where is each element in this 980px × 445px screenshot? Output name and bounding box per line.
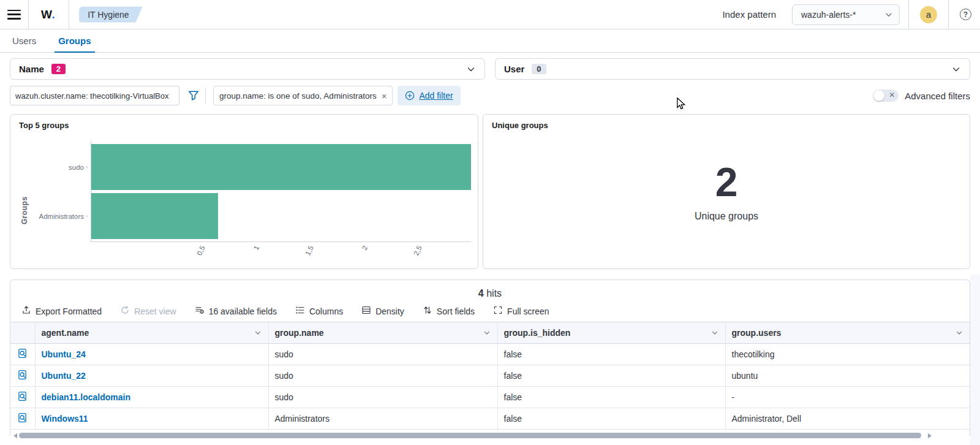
expand-row-button[interactable]	[10, 365, 35, 387]
column-header-group-name[interactable]: group.name	[268, 322, 497, 344]
name-accordion-label: Name	[19, 64, 44, 74]
user-count-badge: 0	[532, 64, 546, 74]
add-filter-button[interactable]: Add filter	[398, 86, 460, 105]
remove-filter-icon[interactable]: ×	[382, 91, 387, 101]
scroll-left-icon[interactable]	[13, 433, 17, 438]
bar-chart: Groups sudoAdministrators 0,511,522,5	[19, 141, 471, 268]
scroll-gutter	[970, 275, 980, 445]
cell-group-is-hidden: false	[497, 387, 725, 408]
chart-bar[interactable]	[91, 144, 471, 190]
table-row: Ubuntu_22sudofalseubuntu	[10, 365, 970, 387]
filter-pill[interactable]: group.name: is one of sudo, Administrato…	[213, 86, 393, 105]
plus-circle-icon	[405, 91, 415, 101]
columns-icon	[295, 305, 309, 317]
fullscreen-icon	[493, 305, 507, 317]
table-row: Ubuntu_24sudofalsethecotilking	[10, 344, 970, 365]
tab-bar: Users Groups	[0, 29, 980, 53]
metric-title: Unique groups	[492, 121, 548, 130]
scroll-right-icon[interactable]	[928, 433, 932, 438]
agent-link[interactable]: debian11.localdomain	[42, 392, 131, 402]
chart-x-tick-label: 1,5	[304, 245, 315, 257]
filters-section: Name 2 User 0 group.name: is one of sudo…	[0, 53, 980, 105]
fields-icon	[195, 305, 209, 317]
name-accordion[interactable]: Name 2	[10, 58, 485, 80]
advanced-filters-toggle[interactable]: ✕	[873, 89, 899, 102]
divider	[205, 88, 206, 104]
tab-users[interactable]: Users	[12, 29, 36, 52]
chart-category-label: Administrators	[36, 193, 91, 239]
index-pattern-value: wazuh-alerts-*	[801, 10, 856, 20]
column-header-group-users[interactable]: group.users	[725, 322, 970, 344]
divider	[908, 0, 909, 29]
scrollbar-thumb[interactable]	[19, 433, 921, 438]
column-header-group-is_hidden[interactable]: group.is_hidden	[497, 322, 725, 344]
toolbar-density-button[interactable]: Density	[361, 305, 404, 317]
metric-value: 2	[715, 162, 738, 202]
agent-link[interactable]: Ubuntu_22	[42, 371, 86, 381]
chevron-down-icon[interactable]	[955, 329, 963, 337]
toolbar-columns-button[interactable]: Columns	[295, 305, 343, 317]
cell-agent-name: Ubuntu_24	[35, 344, 268, 365]
add-filter-label: Add filter	[419, 91, 453, 101]
hits-count: 4 hits	[10, 280, 970, 299]
cell-group-name: sudo	[268, 365, 497, 387]
chart-bar[interactable]	[91, 193, 218, 239]
sort-icon	[423, 305, 437, 317]
menu-icon[interactable]	[7, 10, 21, 20]
inspect-document-icon	[17, 370, 28, 380]
top-groups-chart-panel: Top 5 groups Groups sudoAdministrators 0…	[10, 114, 478, 269]
grid-toolbar: Export FormattedReset view16 available f…	[10, 299, 970, 322]
cell-group-name: sudo	[268, 387, 497, 408]
toolbar-export-formatted-button[interactable]: Export Formatted	[21, 305, 102, 317]
toggle-off-icon: ✕	[889, 91, 895, 99]
filter-pill-label: group.name: is one of sudo, Administrato…	[219, 91, 377, 101]
table-row: Windows11AdministratorsfalseAdministrato…	[10, 408, 970, 430]
chart-x-tick-label: 2,5	[413, 245, 424, 257]
agent-link[interactable]: Windows11	[42, 414, 88, 424]
agent-link[interactable]: Ubuntu_24	[42, 349, 86, 359]
search-input[interactable]	[10, 86, 179, 105]
horizontal-scrollbar[interactable]	[10, 432, 970, 439]
inspect-document-icon	[17, 391, 28, 401]
chart-x-ticks: 0,511,522,5	[145, 242, 471, 267]
grid-header-row: agent.namegroup.namegroup.is_hiddengroup…	[10, 322, 970, 344]
expand-row-button[interactable]	[10, 344, 35, 365]
cell-agent-name: Ubuntu_22	[35, 365, 268, 387]
index-pattern-select[interactable]: wazuh-alerts-*	[792, 4, 900, 25]
metric-label: Unique groups	[695, 211, 758, 222]
user-accordion[interactable]: User 0	[495, 58, 970, 80]
cell-agent-name: debian11.localdomain	[35, 387, 268, 408]
inspect-document-icon	[17, 348, 28, 359]
user-accordion-label: User	[504, 64, 524, 74]
toolbar-sort-fields-button[interactable]: Sort fields	[423, 305, 475, 317]
chart-plot-area	[91, 141, 471, 242]
inspect-document-icon	[17, 413, 28, 423]
chart-ylabel: Groups	[20, 196, 29, 224]
wazuh-logo[interactable]: W.	[29, 8, 69, 21]
chevron-down-icon[interactable]	[483, 329, 491, 337]
tab-groups[interactable]: Groups	[58, 29, 91, 52]
breadcrumb[interactable]: IT Hygiene	[79, 7, 142, 23]
results-panel: 4 hits Export FormattedReset view16 avai…	[10, 280, 970, 436]
chevron-down-icon	[466, 64, 476, 74]
density-icon	[361, 305, 375, 317]
avatar[interactable]: a	[920, 6, 937, 23]
chart-x-tick-label: 1	[252, 245, 261, 251]
column-header-agent-name[interactable]: agent.name	[35, 322, 268, 344]
chart-x-tick-label: 2	[361, 245, 369, 251]
toolbar-full-screen-button[interactable]: Full screen	[493, 305, 549, 317]
toolbar-16-available-fields-button[interactable]: 16 available fields	[195, 305, 277, 317]
cell-group-name: sudo	[268, 344, 497, 365]
cell-group-users: thecotilking	[725, 344, 970, 365]
expand-row-button[interactable]	[10, 387, 35, 408]
chevron-down-icon[interactable]	[710, 329, 719, 337]
help-icon[interactable]: ?	[960, 9, 971, 20]
cell-group-users: ubuntu	[725, 365, 970, 387]
chart-title: Top 5 groups	[19, 121, 69, 130]
cell-group-users: -	[725, 387, 970, 408]
visualizations-row: Top 5 groups Groups sudoAdministrators 0…	[10, 114, 970, 269]
chart-category-label: sudo	[36, 144, 91, 190]
expand-row-button[interactable]	[10, 408, 35, 430]
filter-funnel-icon[interactable]	[188, 90, 199, 101]
chevron-down-icon[interactable]	[254, 329, 262, 337]
